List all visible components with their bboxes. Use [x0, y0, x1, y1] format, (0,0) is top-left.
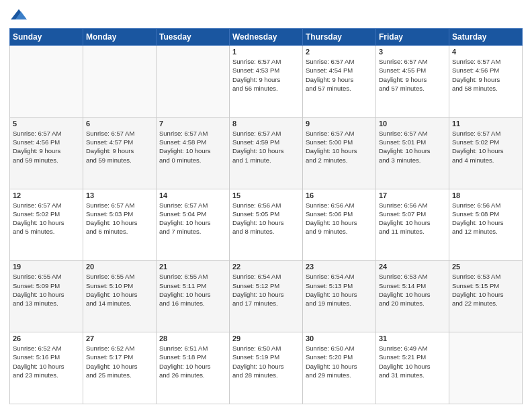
cell-info: Sunrise: 6:57 AMSunset: 4:56 PMDaylight:…: [452, 57, 519, 93]
calendar-cell: 7Sunrise: 6:57 AMSunset: 4:58 PMDaylight…: [157, 117, 230, 189]
calendar-cell: 27Sunrise: 6:52 AMSunset: 5:17 PMDayligh…: [83, 332, 157, 404]
cell-date-number: 29: [232, 334, 300, 342]
cell-date-number: 13: [86, 191, 153, 199]
cell-info: Sunrise: 6:52 AMSunset: 5:16 PMDaylight:…: [13, 344, 80, 379]
cell-info: Sunrise: 6:54 AMSunset: 5:12 PMDaylight:…: [232, 272, 300, 308]
cell-info: Sunrise: 6:55 AMSunset: 5:09 PMDaylight:…: [13, 272, 80, 308]
calendar-cell: 14Sunrise: 6:57 AMSunset: 5:04 PMDayligh…: [157, 189, 230, 261]
cell-info: Sunrise: 6:50 AMSunset: 5:19 PMDaylight:…: [232, 344, 300, 379]
calendar-cell: 24Sunrise: 6:53 AMSunset: 5:14 PMDayligh…: [376, 261, 449, 332]
cell-date-number: 30: [306, 334, 373, 342]
cell-date-number: 10: [379, 120, 446, 128]
calendar-cell: [10, 46, 83, 118]
day-header-saturday: Saturday: [449, 29, 523, 46]
calendar-cell: 1Sunrise: 6:57 AMSunset: 4:53 PMDaylight…: [230, 46, 303, 118]
cell-date-number: 7: [159, 120, 226, 128]
calendar-cell: 16Sunrise: 6:56 AMSunset: 5:06 PMDayligh…: [303, 189, 376, 261]
calendar-cell: [83, 46, 157, 118]
cell-date-number: 28: [159, 334, 226, 342]
cell-date-number: 16: [306, 191, 373, 199]
cell-info: Sunrise: 6:50 AMSunset: 5:20 PMDaylight:…: [306, 344, 373, 379]
calendar-cell: 2Sunrise: 6:57 AMSunset: 4:54 PMDaylight…: [303, 46, 376, 118]
cell-info: Sunrise: 6:57 AMSunset: 5:02 PMDaylight:…: [13, 201, 80, 236]
cell-date-number: 27: [86, 334, 153, 342]
cell-info: Sunrise: 6:51 AMSunset: 5:18 PMDaylight:…: [159, 344, 226, 379]
cell-date-number: 5: [13, 120, 80, 128]
calendar-cell: 12Sunrise: 6:57 AMSunset: 5:02 PMDayligh…: [10, 189, 83, 261]
calendar-cell: 20Sunrise: 6:55 AMSunset: 5:10 PMDayligh…: [83, 261, 157, 332]
calendar-cell: 9Sunrise: 6:57 AMSunset: 5:00 PMDaylight…: [303, 117, 376, 189]
cell-date-number: 17: [379, 191, 446, 199]
cell-date-number: 1: [232, 48, 300, 56]
calendar-cell: 5Sunrise: 6:57 AMSunset: 4:56 PMDaylight…: [10, 117, 83, 189]
calendar-table: SundayMondayTuesdayWednesdayThursdayFrid…: [9, 28, 523, 404]
page: SundayMondayTuesdayWednesdayThursdayFrid…: [0, 0, 532, 411]
calendar-cell: 31Sunrise: 6:49 AMSunset: 5:21 PMDayligh…: [376, 332, 449, 404]
day-header-friday: Friday: [376, 29, 449, 46]
cell-date-number: 19: [13, 263, 80, 271]
calendar-cell: 11Sunrise: 6:57 AMSunset: 5:02 PMDayligh…: [449, 117, 523, 189]
cell-info: Sunrise: 6:56 AMSunset: 5:05 PMDaylight:…: [232, 201, 300, 236]
calendar-cell: 4Sunrise: 6:57 AMSunset: 4:56 PMDaylight…: [449, 46, 523, 118]
cell-info: Sunrise: 6:57 AMSunset: 4:53 PMDaylight:…: [232, 57, 300, 93]
cell-info: Sunrise: 6:57 AMSunset: 4:55 PMDaylight:…: [379, 57, 446, 93]
calendar-cell: 23Sunrise: 6:54 AMSunset: 5:13 PMDayligh…: [303, 261, 376, 332]
day-header-tuesday: Tuesday: [157, 29, 230, 46]
cell-info: Sunrise: 6:49 AMSunset: 5:21 PMDaylight:…: [379, 344, 446, 379]
calendar-header-row: SundayMondayTuesdayWednesdayThursdayFrid…: [10, 29, 523, 46]
cell-date-number: 26: [13, 334, 80, 342]
calendar-cell: 30Sunrise: 6:50 AMSunset: 5:20 PMDayligh…: [303, 332, 376, 404]
cell-info: Sunrise: 6:57 AMSunset: 4:54 PMDaylight:…: [306, 57, 373, 93]
calendar-cell: 19Sunrise: 6:55 AMSunset: 5:09 PMDayligh…: [10, 261, 83, 332]
cell-info: Sunrise: 6:55 AMSunset: 5:11 PMDaylight:…: [159, 272, 226, 308]
cell-date-number: 3: [379, 48, 446, 56]
calendar-cell: 3Sunrise: 6:57 AMSunset: 4:55 PMDaylight…: [376, 46, 449, 118]
cell-date-number: 15: [232, 191, 300, 199]
calendar-cell: 28Sunrise: 6:51 AMSunset: 5:18 PMDayligh…: [157, 332, 230, 404]
cell-info: Sunrise: 6:56 AMSunset: 5:08 PMDaylight:…: [452, 201, 519, 236]
calendar-cell: [157, 46, 230, 118]
calendar-cell: 29Sunrise: 6:50 AMSunset: 5:19 PMDayligh…: [230, 332, 303, 404]
cell-date-number: 6: [86, 120, 153, 128]
calendar-cell: 21Sunrise: 6:55 AMSunset: 5:11 PMDayligh…: [157, 261, 230, 332]
calendar-cell: 17Sunrise: 6:56 AMSunset: 5:07 PMDayligh…: [376, 189, 449, 261]
calendar-cell: [449, 332, 523, 404]
header: [9, 8, 523, 23]
day-header-wednesday: Wednesday: [230, 29, 303, 46]
calendar-week-row: 26Sunrise: 6:52 AMSunset: 5:16 PMDayligh…: [10, 332, 523, 404]
cell-info: Sunrise: 6:57 AMSunset: 4:57 PMDaylight:…: [86, 129, 153, 165]
logo-icon: [9, 8, 28, 23]
cell-info: Sunrise: 6:53 AMSunset: 5:14 PMDaylight:…: [379, 272, 446, 308]
day-header-thursday: Thursday: [303, 29, 376, 46]
cell-date-number: 25: [452, 263, 519, 271]
cell-info: Sunrise: 6:52 AMSunset: 5:17 PMDaylight:…: [86, 344, 153, 379]
cell-date-number: 4: [452, 48, 519, 56]
calendar-week-row: 1Sunrise: 6:57 AMSunset: 4:53 PMDaylight…: [10, 46, 523, 118]
cell-date-number: 24: [379, 263, 446, 271]
cell-date-number: 23: [306, 263, 373, 271]
day-header-monday: Monday: [83, 29, 157, 46]
cell-date-number: 14: [159, 191, 226, 199]
cell-date-number: 12: [13, 191, 80, 199]
calendar-cell: 22Sunrise: 6:54 AMSunset: 5:12 PMDayligh…: [230, 261, 303, 332]
calendar-cell: 18Sunrise: 6:56 AMSunset: 5:08 PMDayligh…: [449, 189, 523, 261]
calendar-cell: 6Sunrise: 6:57 AMSunset: 4:57 PMDaylight…: [83, 117, 157, 189]
calendar-cell: 10Sunrise: 6:57 AMSunset: 5:01 PMDayligh…: [376, 117, 449, 189]
cell-info: Sunrise: 6:57 AMSunset: 5:00 PMDaylight:…: [306, 129, 373, 165]
logo: [9, 8, 31, 23]
cell-info: Sunrise: 6:57 AMSunset: 5:01 PMDaylight:…: [379, 129, 446, 165]
cell-info: Sunrise: 6:55 AMSunset: 5:10 PMDaylight:…: [86, 272, 153, 308]
cell-info: Sunrise: 6:56 AMSunset: 5:07 PMDaylight:…: [379, 201, 446, 236]
cell-date-number: 8: [232, 120, 300, 128]
cell-date-number: 2: [306, 48, 373, 56]
cell-info: Sunrise: 6:57 AMSunset: 5:03 PMDaylight:…: [86, 201, 153, 236]
calendar-cell: 15Sunrise: 6:56 AMSunset: 5:05 PMDayligh…: [230, 189, 303, 261]
calendar-week-row: 12Sunrise: 6:57 AMSunset: 5:02 PMDayligh…: [10, 189, 523, 261]
cell-info: Sunrise: 6:53 AMSunset: 5:15 PMDaylight:…: [452, 272, 519, 308]
calendar-cell: 25Sunrise: 6:53 AMSunset: 5:15 PMDayligh…: [449, 261, 523, 332]
calendar-week-row: 19Sunrise: 6:55 AMSunset: 5:09 PMDayligh…: [10, 261, 523, 332]
calendar-cell: 26Sunrise: 6:52 AMSunset: 5:16 PMDayligh…: [10, 332, 83, 404]
day-header-sunday: Sunday: [10, 29, 83, 46]
cell-info: Sunrise: 6:57 AMSunset: 5:04 PMDaylight:…: [159, 201, 226, 236]
cell-info: Sunrise: 6:56 AMSunset: 5:06 PMDaylight:…: [306, 201, 373, 236]
